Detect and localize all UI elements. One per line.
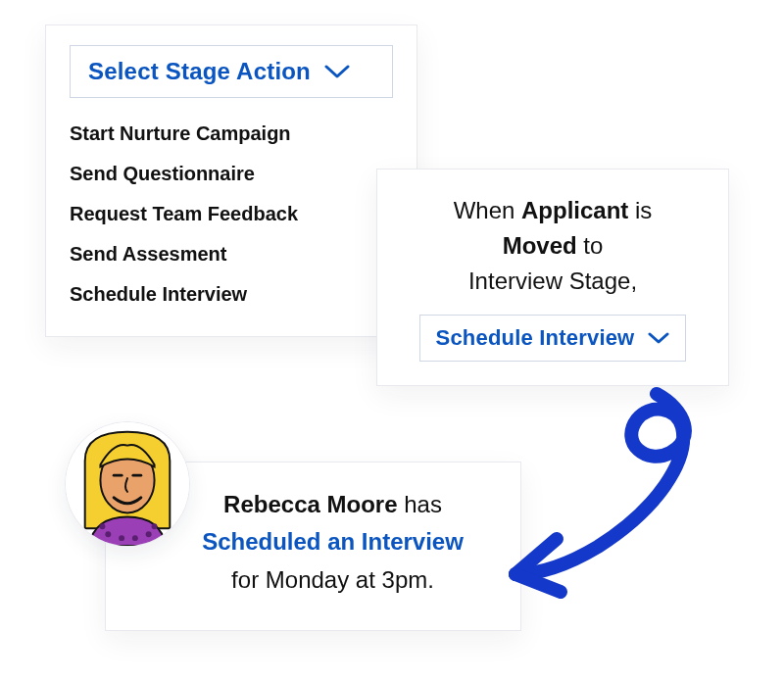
notification-action: Scheduled an Interview xyxy=(202,528,464,555)
stage-action-option[interactable]: Schedule Interview xyxy=(70,274,393,315)
notification-has: has xyxy=(398,491,442,517)
rule-entity: Applicant xyxy=(521,197,628,223)
avatar xyxy=(65,421,190,547)
svg-point-5 xyxy=(119,535,124,541)
rule-card: When Applicant is Moved to Interview Sta… xyxy=(376,169,729,386)
chevron-down-icon xyxy=(648,331,669,345)
notification-when: Monday at 3pm. xyxy=(266,566,434,593)
notification-when-prefix: for xyxy=(231,566,266,593)
svg-point-8 xyxy=(99,523,105,529)
stage-action-option[interactable]: Send Assesment xyxy=(70,234,393,274)
rule-prefix: When xyxy=(454,197,521,223)
rule-verb: Moved xyxy=(503,232,577,259)
stage-action-option[interactable]: Send Questionnaire xyxy=(70,154,393,194)
svg-point-6 xyxy=(132,535,138,541)
stage-action-card: Select Stage Action Start Nurture Campai… xyxy=(45,24,417,337)
rule-mid2: to xyxy=(577,232,604,259)
arrow-icon xyxy=(490,382,725,608)
rule-mid1: is xyxy=(628,197,652,223)
notification-name: Rebecca Moore xyxy=(223,491,397,517)
rule-action-dropdown[interactable]: Schedule Interview xyxy=(419,315,687,362)
stage-action-option[interactable]: Request Team Feedback xyxy=(70,194,393,234)
rule-text: When Applicant is Moved to Interview Sta… xyxy=(405,193,701,299)
rule-stage: Interview Stage, xyxy=(468,268,637,294)
stage-action-options: Start Nurture Campaign Send Questionnair… xyxy=(70,114,393,315)
select-stage-action-label: Select Stage Action xyxy=(88,58,311,85)
chevron-down-icon xyxy=(324,64,350,79)
rule-action-label: Schedule Interview xyxy=(436,325,635,351)
svg-point-7 xyxy=(146,531,152,537)
notification-text: Rebecca Moore has Scheduled an Interview… xyxy=(174,486,491,599)
stage-action-option[interactable]: Start Nurture Campaign xyxy=(70,114,393,154)
svg-point-4 xyxy=(105,531,111,537)
select-stage-action-dropdown[interactable]: Select Stage Action xyxy=(70,45,393,98)
svg-point-9 xyxy=(152,523,158,529)
